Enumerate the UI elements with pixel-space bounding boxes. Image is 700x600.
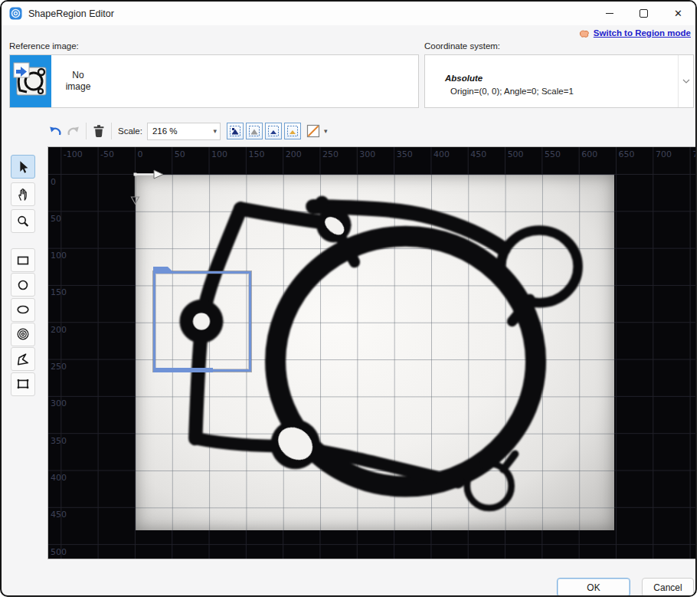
ruler-label: 0 bbox=[51, 177, 56, 187]
reference-image-value-line2: image bbox=[66, 81, 91, 93]
zoom-out-region-button[interactable] bbox=[246, 123, 263, 139]
coordinate-system-label: Coordinate system: bbox=[424, 41, 500, 51]
ruler-label: 700 bbox=[656, 149, 672, 159]
fit-selection-icon bbox=[286, 125, 299, 137]
maximize-button[interactable] bbox=[626, 2, 661, 25]
ruler-label: 350 bbox=[397, 149, 413, 159]
undo-button[interactable] bbox=[46, 121, 64, 141]
editor-canvas[interactable]: -100-50050100150200250300350400450500550… bbox=[47, 146, 696, 559]
canvas-toolbar: Scale: 216 % ▾ bbox=[46, 120, 331, 143]
reference-image-thumbnail bbox=[10, 55, 51, 107]
trash-icon bbox=[93, 124, 105, 138]
ruler-label: 500 bbox=[508, 149, 524, 159]
title-bar: ShapeRegion Editor ✕ bbox=[2, 2, 695, 25]
circle-icon bbox=[15, 277, 31, 293]
shaperegion-editor-window: ShapeRegion Editor ✕ Switch to Region mo… bbox=[0, 0, 697, 597]
reference-image-value: No image bbox=[51, 55, 105, 107]
background-toggle-icon bbox=[306, 124, 320, 138]
fit-to-window-button[interactable] bbox=[265, 123, 282, 139]
background-toggle-button[interactable] bbox=[305, 123, 322, 139]
tool-rectangle[interactable] bbox=[11, 248, 35, 272]
ruler-label: 400 bbox=[433, 149, 450, 159]
tool-select[interactable] bbox=[11, 155, 35, 179]
chevron-down-icon bbox=[682, 79, 690, 84]
ruler-label: 300 bbox=[51, 398, 67, 408]
zoom-in-region-icon bbox=[229, 125, 241, 137]
hand-pan-icon bbox=[15, 186, 31, 202]
ruler-label: 50 bbox=[175, 149, 185, 159]
selection-flag-handle[interactable] bbox=[153, 265, 176, 274]
polygon-icon bbox=[15, 352, 31, 367]
minimize-button[interactable] bbox=[592, 2, 626, 25]
redo-button[interactable] bbox=[64, 121, 83, 141]
ruler-label: -100 bbox=[64, 149, 83, 159]
tool-annulus[interactable] bbox=[11, 323, 35, 346]
tool-circle[interactable] bbox=[11, 273, 35, 297]
ruler-label: -50 bbox=[100, 149, 114, 159]
ruler-label: 450 bbox=[470, 149, 486, 159]
ruler-label: 650 bbox=[619, 149, 635, 159]
tool-pan[interactable] bbox=[11, 182, 35, 206]
ruler-label: 300 bbox=[359, 149, 375, 159]
ruler-label: 150 bbox=[51, 287, 67, 297]
ellipse-icon bbox=[15, 302, 31, 317]
ruler-label: 0 bbox=[137, 149, 142, 159]
ruler-label: 500 bbox=[51, 547, 67, 557]
gasket-preview-with-arrow-icon bbox=[10, 55, 51, 107]
close-icon: ✕ bbox=[674, 8, 682, 18]
cancel-button[interactable]: Cancel bbox=[642, 578, 694, 597]
magnifier-icon bbox=[15, 214, 31, 229]
origin-axes-icon bbox=[129, 166, 167, 210]
window-title: ShapeRegion Editor bbox=[28, 8, 114, 19]
caret-down-icon: ▾ bbox=[213, 127, 217, 135]
scale-value: 216 % bbox=[152, 126, 213, 136]
ruler-label: 550 bbox=[545, 149, 561, 159]
caret-down-icon[interactable]: ▾ bbox=[324, 127, 328, 135]
coordinate-system-dropdown-button[interactable] bbox=[678, 55, 693, 107]
coordinate-system-dropdown[interactable]: Absolute Origin=(0, 0); Angle=0; Scale=1 bbox=[424, 54, 694, 108]
close-button[interactable]: ✕ bbox=[661, 2, 695, 25]
switch-to-region-mode-link[interactable]: Switch to Region mode bbox=[594, 28, 691, 38]
toolbar-separator bbox=[111, 123, 112, 139]
ruler-label: 200 bbox=[51, 325, 67, 335]
ruler-label: 50 bbox=[51, 214, 61, 224]
zoom-out-region-icon bbox=[248, 125, 260, 137]
maximize-icon bbox=[639, 9, 648, 18]
annulus-icon bbox=[15, 326, 31, 342]
undo-icon bbox=[48, 125, 62, 137]
delete-button[interactable] bbox=[90, 121, 108, 141]
rectangle-icon bbox=[15, 253, 31, 268]
tool-ellipse[interactable] bbox=[11, 298, 35, 322]
ruler-label: 250 bbox=[51, 362, 67, 372]
zoom-in-region-button[interactable] bbox=[227, 123, 244, 139]
tool-polygon[interactable] bbox=[11, 347, 35, 371]
app-annulus-icon bbox=[9, 7, 22, 20]
toolbar-separator bbox=[86, 123, 87, 139]
ruler-label: 600 bbox=[581, 149, 597, 159]
shape-region-selection-rectangle[interactable] bbox=[153, 271, 251, 372]
selection-bottom-handle[interactable] bbox=[153, 368, 213, 372]
fit-selection-button[interactable] bbox=[284, 123, 301, 139]
ruler-label: 200 bbox=[286, 149, 302, 159]
rotated-rectangle-icon bbox=[15, 376, 31, 392]
ruler-label: 450 bbox=[51, 510, 67, 520]
mode-switch-bar: Switch to Region mode bbox=[578, 25, 691, 41]
select-cursor-icon bbox=[15, 159, 31, 175]
window-controls: ✕ bbox=[592, 2, 695, 25]
ruler-label: 350 bbox=[51, 436, 67, 446]
reference-image-box[interactable]: No image bbox=[9, 54, 419, 108]
region-blob-icon bbox=[578, 28, 590, 38]
reference-image-value-line1: No bbox=[72, 70, 83, 81]
ok-button[interactable]: OK bbox=[557, 578, 630, 597]
ruler-label: 250 bbox=[322, 149, 339, 159]
ruler-label: 100 bbox=[51, 251, 67, 261]
tool-zoom[interactable] bbox=[11, 209, 35, 233]
ruler-label: 400 bbox=[51, 473, 67, 483]
tool-rotated-rectangle[interactable] bbox=[11, 372, 35, 396]
minimize-icon bbox=[606, 13, 613, 14]
ruler-label: 750 bbox=[692, 149, 696, 159]
coordinate-system-selected-details: Origin=(0, 0); Angle=0; Scale=1 bbox=[450, 87, 574, 96]
redo-icon bbox=[67, 125, 80, 137]
coordinate-system-selected-name: Absolute bbox=[445, 74, 482, 83]
scale-combobox[interactable]: 216 % ▾ bbox=[147, 123, 221, 140]
